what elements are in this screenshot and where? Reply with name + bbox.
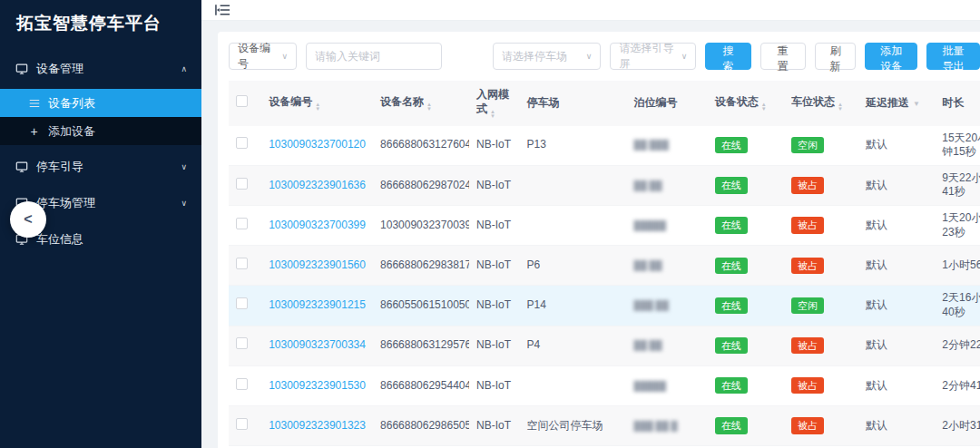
duration-cell: 1天20小时43分钟23秒 (935, 205, 980, 245)
sort-down-icon: ▼ (490, 114, 495, 119)
row-checkbox-cell (229, 246, 261, 286)
net-mode-cell: NB-IoT (469, 246, 519, 286)
device-name-cell: 866688063127604 (373, 126, 469, 166)
device-no-cell: 1030090323700399 (261, 205, 373, 245)
parking-lot-select[interactable]: 请选择停车场 ∨ (493, 43, 601, 70)
device-no-cell: 1030092323901636 (261, 165, 373, 205)
berth-no-cell: ███ ██ █ (627, 405, 708, 445)
content-area: 设备编号 ∨ 请选择停车场 ∨ 请选择引导屏 ∨ 搜索 重置 (201, 21, 980, 448)
duration-cell: 1小时56分钟7秒 (935, 246, 980, 286)
column-header-设备名称: 设备名称▲▼ (373, 81, 469, 126)
table-row: 1030092323901215866055061510050NB-IoTP14… (229, 286, 980, 326)
column-header-设备状态: 设备状态▲▼ (708, 81, 784, 126)
sidebar-item-label: 车位信息 (36, 231, 83, 248)
device-no-cell: 1030092323901215 (261, 286, 373, 326)
device-name-cell: 866688062983817 (373, 246, 469, 286)
keyword-input[interactable] (306, 43, 442, 70)
device-name-cell: 866688062987024 (373, 165, 469, 205)
net-mode-cell: NB-IoT (469, 165, 519, 205)
sidebar-item-1[interactable]: 设备管理∧ (0, 54, 201, 83)
device-status-badge: 在线 (715, 258, 748, 274)
table-row: 10300903237003991030090323700399NB-IoT██… (229, 205, 980, 245)
table-header-row: 设备编号▲▼设备名称▲▼入网模式▲▼停车场泊位编号设备状态▲▼车位状态▲▼延迟推… (229, 81, 980, 126)
device-no-link[interactable]: 1030090323700120 (269, 138, 366, 151)
column-label: 时长 (942, 96, 964, 109)
row-checkbox[interactable] (236, 258, 248, 269)
topbar: ███ ██████ █ ▾ (201, 0, 980, 21)
device-manage-icon (15, 63, 28, 76)
guide-screen-select[interactable]: 请选择引导屏 ∨ (610, 43, 696, 70)
sidebar-subitem-label: 添加设备 (48, 123, 95, 140)
berth-no-cell: ██ ██ (627, 246, 708, 286)
refresh-button[interactable]: 刷新 (815, 43, 856, 70)
sidebar-subitem-1-2[interactable]: +添加设备 (0, 117, 201, 145)
row-checkbox[interactable] (236, 178, 248, 190)
sidebar-collapse-button[interactable]: < (10, 201, 46, 238)
select-all-checkbox[interactable] (236, 95, 248, 107)
parking-lot-cell: 空间公司停车场 (520, 405, 627, 445)
table-row: 1030090323700120866688063127604NB-IoTP13… (229, 126, 980, 166)
column-label: 设备名称 (380, 95, 424, 108)
main-area: ███ ██████ █ ▾ 设备编号 ∨ 请选择停车场 ∨ (201, 0, 980, 448)
sort-icon[interactable]: ▲▼ (838, 102, 843, 112)
sort-icon[interactable]: ▲▼ (761, 102, 767, 112)
column-label: 泊位编号 (634, 96, 678, 109)
row-checkbox-cell (229, 286, 261, 326)
row-checkbox[interactable] (236, 137, 248, 149)
row-checkbox[interactable] (236, 418, 248, 430)
device-status-cell: 在线 (708, 286, 784, 326)
parking-lot-placeholder: 请选择停车场 (502, 49, 567, 64)
menu-fold-icon[interactable] (212, 0, 232, 20)
sort-down-icon: ▼ (426, 107, 432, 112)
row-checkbox[interactable] (236, 378, 248, 390)
reset-button[interactable]: 重置 (760, 43, 806, 70)
sort-icon[interactable]: ▲▼ (490, 110, 495, 119)
sort-icon[interactable]: ▲▼ (315, 102, 320, 112)
row-checkbox-cell (229, 205, 261, 245)
row-checkbox[interactable] (236, 337, 248, 349)
delay-push-cell: 默认 (858, 365, 935, 405)
berth-no-redacted: ██ ██ (634, 260, 662, 270)
list-icon (27, 96, 41, 110)
table-row: 1030092323901323866688062986505NB-IoT空间公… (229, 405, 980, 445)
space-status-badge: 被占 (791, 337, 824, 354)
parking-lot-cell (520, 205, 627, 245)
net-mode-cell: NB-IoT (469, 405, 519, 445)
search-field-select[interactable]: 设备编号 ∨ (229, 43, 297, 70)
berth-no-redacted: █████ (634, 381, 666, 391)
berth-no-cell: ██ ███ (627, 126, 708, 166)
sidebar-subitem-1-1[interactable]: 设备列表 (0, 89, 201, 117)
device-no-link[interactable]: 1030090323700399 (269, 219, 366, 231)
batch-export-button[interactable]: 批量导出 (926, 43, 979, 70)
device-no-link[interactable]: 1030092323901323 (269, 419, 366, 432)
device-no-link[interactable]: 1030090323700334 (269, 338, 366, 351)
space-status-badge: 空闲 (791, 297, 824, 314)
search-button[interactable]: 搜索 (705, 43, 750, 70)
table-row: 1030092323901530866688062954404NB-IoT███… (229, 365, 980, 405)
device-no-cell: 1030092323901323 (261, 405, 373, 445)
device-no-link[interactable]: 1030092323901530 (269, 379, 366, 392)
device-no-link[interactable]: 1030092323901215 (269, 298, 366, 311)
device-no-cell: 1030090323700334 (261, 326, 373, 365)
table-row: 1030090323700334866688063129576NB-IoTP4█… (229, 326, 980, 365)
column-label: 车位状态 (791, 95, 835, 108)
device-status-cell: 在线 (708, 326, 784, 365)
space-status-cell: 被占 (784, 205, 858, 245)
filter-icon[interactable]: ▼ (913, 100, 920, 108)
duration-cell: 2小时31分钟23秒 (935, 405, 980, 445)
sidebar-item-2[interactable]: 停车引导∨ (0, 152, 201, 181)
add-device-button[interactable]: 添加设备 (865, 43, 917, 70)
device-no-link[interactable]: 1030092323901636 (269, 179, 366, 191)
sidebar-subitem-label: 设备列表 (48, 95, 95, 112)
table-row: 1030092323901560866688062983817NB-IoTP6█… (229, 246, 980, 286)
duration-cell: 2分钟41秒 (935, 365, 980, 405)
device-status-cell: 在线 (708, 165, 784, 205)
sort-icon[interactable]: ▲▼ (426, 102, 432, 112)
row-checkbox[interactable] (236, 218, 248, 229)
space-status-badge: 被占 (791, 417, 824, 433)
device-no-link[interactable]: 1030092323901560 (269, 258, 366, 271)
device-status-badge: 在线 (715, 137, 748, 153)
device-status-badge: 在线 (715, 177, 748, 193)
app-title: 拓宝智慧停车平台 (0, 0, 201, 47)
row-checkbox[interactable] (236, 297, 248, 309)
